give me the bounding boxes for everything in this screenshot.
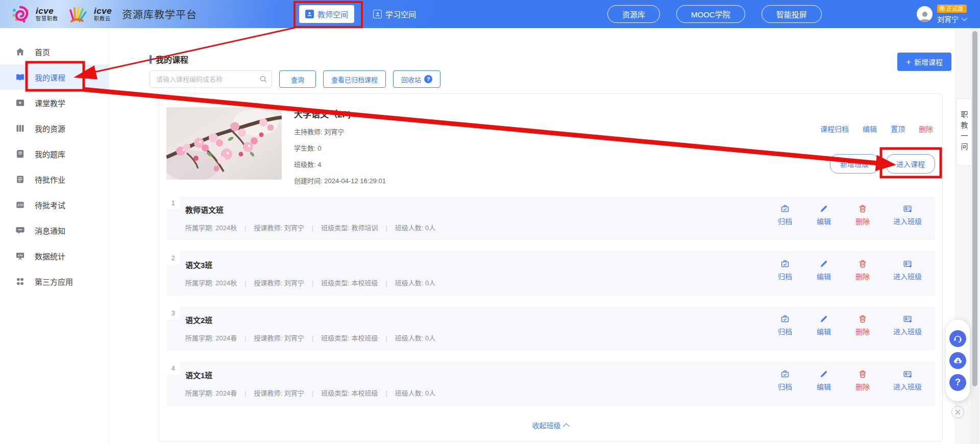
class-type: 班级类型: 教师培训 bbox=[321, 224, 378, 232]
class-meta: 所属学期: 2024春|授课教师: 刘宵宁|班级类型: 本校班级|班级人数: 0… bbox=[185, 333, 435, 342]
course-archive-link[interactable]: 课程归档 bbox=[820, 124, 849, 134]
sidebar-item-my-courses[interactable]: 我的课程 bbox=[0, 64, 109, 90]
meta-separator: | bbox=[244, 389, 246, 397]
sidebar-item-pending-homework[interactable]: 待批作业 bbox=[0, 166, 109, 192]
sidebar-item-classroom[interactable]: 课堂教学 bbox=[0, 90, 109, 115]
app-root: icve 智慧职教 icve 职教云 资源库教学平台 bbox=[0, 0, 980, 444]
logo-name: icve bbox=[94, 7, 112, 15]
class-delete-button[interactable]: 删除 bbox=[854, 314, 871, 336]
teacher-space-icon bbox=[305, 10, 314, 18]
class-row-actions: 归档 编辑 删除 进入班级 bbox=[777, 259, 922, 281]
class-edit-label: 编辑 bbox=[817, 216, 831, 226]
collapse-classes-label: 收起班级 bbox=[532, 420, 561, 430]
class-edit-button[interactable]: 编辑 bbox=[816, 369, 832, 391]
search-input[interactable] bbox=[150, 70, 272, 88]
scrollbar-track[interactable] bbox=[971, 28, 979, 444]
row-index: 3 bbox=[166, 307, 180, 319]
sidebar-item-label: 我的题库 bbox=[35, 149, 65, 159]
sidebar-item-notifications[interactable]: 消息通知 bbox=[0, 217, 109, 243]
tab-student-space[interactable]: 学习空间 bbox=[371, 5, 418, 23]
course-header: 大学语文（2P) 主持教师: 刘宵宁 学生数: 0 班级数: 4 创建时间: 2… bbox=[159, 94, 942, 196]
mooc-college-button[interactable]: MOOC学院 bbox=[676, 5, 745, 23]
class-size: 班级人数: 0人 bbox=[395, 279, 435, 287]
class-delete-label: 删除 bbox=[855, 271, 870, 281]
add-course-label: 新增课程 bbox=[914, 57, 943, 67]
tab-teacher-space[interactable]: 教师空间 bbox=[299, 5, 354, 23]
class-edit-button[interactable]: 编辑 bbox=[816, 259, 832, 281]
query-button[interactable]: 查询 bbox=[279, 70, 316, 88]
sidebar-item-third-party[interactable]: 第三方应用 bbox=[0, 268, 109, 294]
meta-separator: | bbox=[312, 224, 313, 232]
meta-separator: | bbox=[385, 279, 387, 287]
meta-separator: | bbox=[244, 279, 246, 287]
tab-student-label: 学习空间 bbox=[385, 9, 416, 19]
scrollbar-thumb[interactable] bbox=[972, 31, 977, 386]
search-icon[interactable] bbox=[259, 75, 267, 83]
cloud-download-button[interactable] bbox=[949, 352, 966, 369]
icve-fan-logo-icon bbox=[66, 4, 89, 24]
class-archive-button[interactable]: 归档 bbox=[777, 314, 793, 336]
class-semester: 所属学期: 2024秋 bbox=[185, 279, 237, 287]
course-pin-link[interactable]: 置顶 bbox=[891, 124, 905, 134]
sidebar: 首页 我的课程 课堂教学 我的资源 我的题库 待批作业 100 待批考试 消息通 bbox=[0, 28, 109, 444]
archive-icon bbox=[780, 369, 790, 379]
enter-class-button[interactable]: 进入班级 bbox=[893, 369, 922, 391]
view-archived-button[interactable]: 查看已归档课程 bbox=[323, 70, 386, 88]
meta-separator: | bbox=[385, 334, 387, 342]
section-title: 我的课程 bbox=[150, 53, 188, 65]
help-button[interactable]: ? bbox=[949, 374, 966, 391]
avatar[interactable] bbox=[917, 6, 933, 22]
course-edit-link[interactable]: 编辑 bbox=[863, 124, 877, 134]
class-meta: 所属学期: 2024春|授课教师: 刘宵宁|班级类型: 本校班级|班级人数: 0… bbox=[185, 388, 435, 398]
customer-service-icon bbox=[953, 334, 963, 343]
smart-cast-button[interactable]: 智能投屏 bbox=[762, 5, 822, 23]
enter-class-label: 进入班级 bbox=[893, 381, 922, 391]
class-delete-button[interactable]: 删除 bbox=[854, 259, 871, 281]
main-content: 我的课程 + 新增课程 查询 查看已归档课程 回收站 ? bbox=[109, 28, 954, 444]
class-delete-button[interactable]: 删除 bbox=[854, 204, 871, 226]
section-title-label: 我的课程 bbox=[156, 53, 188, 65]
course-delete-link[interactable]: 删除 bbox=[919, 124, 933, 134]
close-floating-button[interactable] bbox=[951, 406, 964, 418]
class-edit-button[interactable]: 编辑 bbox=[816, 204, 832, 226]
collapse-classes-link[interactable]: 收起班级 bbox=[532, 420, 570, 430]
course-cover-image[interactable] bbox=[166, 107, 282, 180]
class-archive-button[interactable]: 归档 bbox=[777, 369, 793, 391]
resource-library-button[interactable]: 资源库 bbox=[607, 5, 660, 23]
message-icon bbox=[15, 226, 25, 235]
zhijiao-yiwen-tab[interactable]: 职教一问 bbox=[956, 98, 972, 166]
user-area[interactable]: 正式版 刘宵宁 bbox=[917, 0, 967, 28]
class-delete-button[interactable]: 删除 bbox=[854, 369, 871, 391]
sidebar-item-home[interactable]: 首页 bbox=[0, 39, 109, 64]
sidebar-item-label: 首页 bbox=[35, 46, 50, 57]
class-semester: 所属学期: 2024春 bbox=[185, 389, 237, 397]
class-archive-button[interactable]: 归档 bbox=[777, 259, 793, 281]
sidebar-item-my-resources[interactable]: 我的资源 bbox=[0, 115, 109, 141]
enter-class-button[interactable]: 进入班级 bbox=[893, 314, 922, 336]
home-icon bbox=[15, 47, 25, 57]
enter-class-icon bbox=[903, 314, 912, 324]
sidebar-item-question-bank[interactable]: 我的题库 bbox=[0, 141, 109, 166]
enter-class-button[interactable]: 进入班级 bbox=[893, 259, 922, 281]
class-semester: 所属学期: 2024秋 bbox=[185, 224, 237, 232]
recycle-bin-button[interactable]: 回收站 ? bbox=[393, 70, 440, 88]
class-archive-button[interactable]: 归档 bbox=[777, 204, 793, 226]
enter-class-button[interactable]: 进入班级 bbox=[893, 204, 922, 226]
add-class-button[interactable]: 新增班级 bbox=[830, 154, 879, 174]
class-edit-button[interactable]: 编辑 bbox=[816, 314, 832, 336]
sidebar-item-statistics[interactable]: 数据统计 bbox=[0, 243, 109, 268]
course-title: 大学语文（2P) bbox=[294, 107, 386, 120]
class-delete-label: 删除 bbox=[855, 216, 870, 226]
sidebar-item-pending-exams[interactable]: 100 待批考试 bbox=[0, 192, 109, 217]
enter-class-label: 进入班级 bbox=[893, 326, 922, 336]
archive-icon bbox=[780, 259, 790, 268]
class-row-actions: 归档 编辑 删除 进入班级 bbox=[777, 314, 922, 336]
enter-course-button[interactable]: 进入课程 bbox=[886, 154, 935, 174]
add-course-button[interactable]: + 新增课程 bbox=[897, 53, 951, 71]
customer-service-button[interactable] bbox=[949, 330, 966, 347]
enter-class-icon bbox=[903, 369, 912, 379]
icve-swirl-logo-icon bbox=[10, 4, 31, 24]
class-size: 班级人数: 0人 bbox=[395, 334, 435, 342]
class-archive-label: 归档 bbox=[778, 216, 792, 226]
username-menu[interactable]: 刘宵宁 bbox=[937, 14, 966, 24]
